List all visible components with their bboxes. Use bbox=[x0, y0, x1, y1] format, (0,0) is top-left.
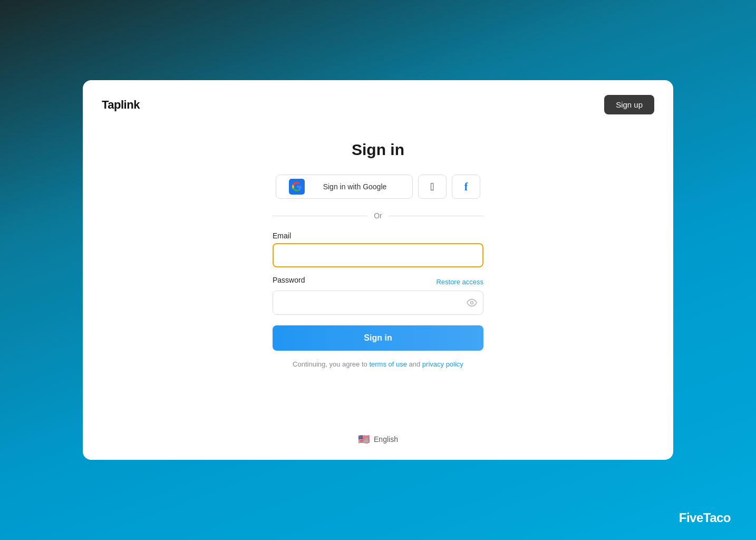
restore-access-link[interactable]: Restore access bbox=[436, 278, 483, 286]
brand-logo: Taplink bbox=[102, 98, 140, 112]
signup-button[interactable]: Sign up bbox=[604, 95, 654, 114]
svg-point-0 bbox=[471, 302, 473, 304]
card-header: Taplink Sign up bbox=[83, 80, 673, 125]
password-field-wrap bbox=[273, 291, 483, 315]
google-btn-inner: Sign in with Google bbox=[289, 179, 400, 195]
or-text: Or bbox=[374, 211, 382, 220]
terms-text: Continuing, you agree to terms of use an… bbox=[273, 359, 483, 370]
language-flag: 🇺🇸 bbox=[358, 433, 370, 445]
google-signin-button[interactable]: Sign in with Google bbox=[276, 175, 413, 199]
fivetaco-brand: FiveTaco bbox=[679, 512, 731, 525]
terms-middle: and bbox=[407, 360, 422, 368]
google-btn-label: Sign in with Google bbox=[310, 182, 400, 191]
terms-prefix: Continuing, you agree to bbox=[293, 360, 369, 368]
password-label: Password bbox=[273, 276, 305, 284]
signin-title: Sign in bbox=[352, 141, 404, 159]
facebook-icon: f bbox=[464, 181, 468, 193]
card-footer: 🇺🇸 English bbox=[83, 424, 673, 460]
email-label: Email bbox=[273, 232, 483, 240]
divider-line-left bbox=[273, 216, 367, 216]
email-input[interactable] bbox=[273, 243, 483, 267]
language-label[interactable]: English bbox=[374, 435, 398, 443]
facebook-signin-button[interactable]: f bbox=[452, 175, 480, 199]
password-input[interactable] bbox=[273, 291, 483, 315]
password-header: Password Restore access bbox=[273, 276, 483, 287]
apple-signin-button[interactable]:  bbox=[418, 175, 447, 199]
show-password-icon[interactable] bbox=[467, 297, 477, 308]
login-form: Email Password Restore access Sign in Co… bbox=[273, 232, 483, 370]
signin-submit-button[interactable]: Sign in bbox=[273, 325, 483, 351]
google-icon bbox=[289, 179, 305, 195]
privacy-policy-link[interactable]: privacy policy bbox=[422, 360, 463, 368]
login-card: Taplink Sign up Sign in Sign in with Goo… bbox=[83, 80, 673, 460]
divider-line-right bbox=[389, 216, 483, 216]
card-body: Sign in Sign in with Google bbox=[83, 125, 673, 424]
or-divider: Or bbox=[273, 211, 483, 220]
social-buttons-row: Sign in with Google  f bbox=[276, 175, 480, 199]
fivetaco-watermark: FiveTaco bbox=[679, 510, 731, 525]
terms-of-use-link[interactable]: terms of use bbox=[369, 360, 407, 368]
apple-icon:  bbox=[430, 181, 434, 193]
